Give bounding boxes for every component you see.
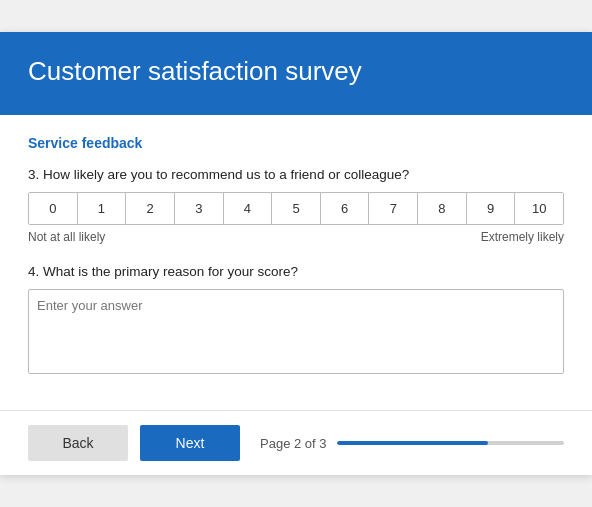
survey-header: Customer satisfaction survey <box>0 32 592 115</box>
rating-cell-3[interactable]: 3 <box>175 193 224 224</box>
rating-cell-8[interactable]: 8 <box>418 193 467 224</box>
rating-scale: 012345678910 <box>28 192 564 225</box>
question-4-label: 4. What is the primary reason for your s… <box>28 264 564 279</box>
question-3-label: 3. How likely are you to recommend us to… <box>28 167 564 182</box>
page-label: Page 2 of 3 <box>260 436 327 451</box>
rating-cell-9[interactable]: 9 <box>467 193 516 224</box>
rating-cell-7[interactable]: 7 <box>369 193 418 224</box>
answer-container <box>28 289 564 374</box>
rating-cell-5[interactable]: 5 <box>272 193 321 224</box>
progress-bar-fill <box>337 441 489 445</box>
progress-bar-track <box>337 441 565 445</box>
rating-high-label: Extremely likely <box>481 230 564 244</box>
rating-low-label: Not at all likely <box>28 230 105 244</box>
rating-cell-0[interactable]: 0 <box>29 193 78 224</box>
rating-labels: Not at all likely Extremely likely <box>28 230 564 244</box>
rating-cell-10[interactable]: 10 <box>515 193 563 224</box>
back-button[interactable]: Back <box>28 425 128 461</box>
question-4: 4. What is the primary reason for your s… <box>28 264 564 374</box>
section-title: Service feedback <box>28 135 564 151</box>
rating-cell-4[interactable]: 4 <box>224 193 273 224</box>
rating-cell-2[interactable]: 2 <box>126 193 175 224</box>
pagination: Page 2 of 3 <box>260 436 564 451</box>
question-3: 3. How likely are you to recommend us to… <box>28 167 564 244</box>
survey-body: Service feedback 3. How likely are you t… <box>0 115 592 410</box>
next-button[interactable]: Next <box>140 425 240 461</box>
rating-cell-1[interactable]: 1 <box>78 193 127 224</box>
survey-title: Customer satisfaction survey <box>28 56 564 87</box>
survey-container: Customer satisfaction survey Service fee… <box>0 32 592 475</box>
answer-textarea[interactable] <box>37 298 555 362</box>
rating-cell-6[interactable]: 6 <box>321 193 370 224</box>
survey-footer: Back Next Page 2 of 3 <box>0 410 592 475</box>
